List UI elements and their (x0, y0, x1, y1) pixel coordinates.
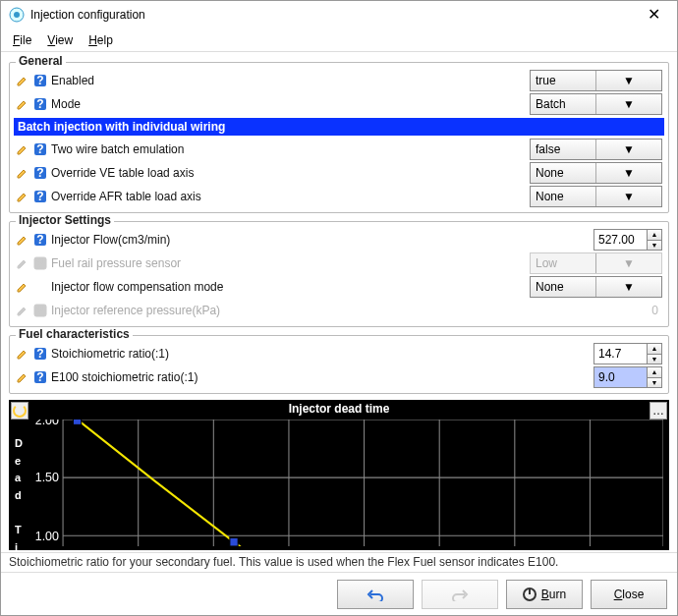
info-icon[interactable]: ? (33, 233, 47, 247)
info-icon[interactable]: ? (33, 142, 47, 156)
edit-icon (16, 347, 29, 361)
group-title-injector: Injector Settings (16, 213, 114, 227)
edit-icon (16, 142, 29, 156)
group-title-fuel: Fuel characteristics (16, 327, 133, 341)
batch-note-highlight: Batch injection with individual wiring (14, 118, 664, 136)
label-override-afr: Override AFR table load axis (51, 190, 526, 203)
chevron-down-icon: ▼ (595, 277, 661, 297)
combo-enabled[interactable]: true▼ (530, 70, 662, 91)
menu-help[interactable]: Help (83, 31, 119, 49)
label-e100: E100 stoichiometric ratio(:1) (51, 370, 590, 384)
edit-icon (16, 280, 29, 294)
info-icon: ? (33, 256, 47, 270)
svg-text:?: ? (36, 74, 43, 87)
label-comp-mode: Injector flow compensation mode (51, 280, 526, 294)
edit-icon (16, 74, 29, 87)
combo-rail-sensor: Low▼ (530, 252, 662, 274)
label-override-ve: Override VE table load axis (51, 166, 526, 180)
field-stoich[interactable]: ▲▼ (593, 343, 662, 364)
close-icon[interactable]: ✕ (638, 7, 669, 23)
redo-icon (451, 588, 469, 601)
chart-tool-right[interactable]: … (650, 402, 667, 420)
info-icon[interactable]: ? (33, 347, 47, 361)
button-bar: Burn Close (1, 572, 677, 615)
group-general: General ? Enabled true▼ ? Mode Batch▼ Ba… (9, 62, 669, 213)
svg-text:?: ? (36, 166, 43, 180)
label-mode: Mode (51, 97, 526, 111)
chevron-down-icon: ▼ (595, 163, 661, 183)
chevron-down-icon: ▼ (595, 94, 661, 114)
info-icon: ? (33, 304, 47, 317)
info-icon[interactable]: ? (33, 74, 47, 87)
edit-icon (16, 97, 29, 111)
edit-icon (16, 233, 29, 247)
combo-override-ve[interactable]: None▼ (530, 162, 662, 184)
chevron-down-icon: ▼ (595, 187, 661, 206)
redo-button (422, 580, 498, 609)
svg-text:?: ? (36, 370, 43, 384)
edit-icon (16, 370, 29, 384)
svg-rect-38 (230, 537, 238, 546)
blank-icon (33, 280, 47, 294)
spinner-e100[interactable]: ▲▼ (648, 366, 662, 388)
input-e100[interactable] (593, 366, 648, 388)
chart-ylabel: D e a d T i (15, 435, 23, 552)
undo-button[interactable] (337, 580, 414, 609)
svg-rect-37 (73, 420, 81, 424)
burn-button[interactable]: Burn (506, 580, 583, 609)
chevron-down-icon: ▼ (595, 71, 661, 90)
svg-text:1.50: 1.50 (35, 471, 59, 484)
combo-two-wire[interactable]: false▼ (530, 139, 662, 160)
value-ref-pressure: 0 (608, 304, 662, 317)
group-injector: Injector Settings ? Injector Flow(cm3/mi… (9, 221, 669, 327)
group-title-general: General (16, 54, 66, 68)
edit-icon (16, 304, 29, 317)
input-injector-flow[interactable] (593, 229, 648, 251)
svg-text:?: ? (36, 190, 43, 203)
svg-text:1.00: 1.00 (35, 529, 59, 542)
label-rail-sensor: Fuel rail pressure sensor (51, 256, 526, 270)
chart-dead-time: … Injector dead time D e a d T i (9, 400, 669, 550)
spinner-stoich[interactable]: ▲▼ (648, 343, 662, 364)
titlebar: Injection configuration ✕ (1, 1, 677, 28)
svg-text:?: ? (36, 97, 43, 111)
input-stoich[interactable] (593, 343, 648, 364)
svg-text:?: ? (36, 142, 43, 156)
label-stoich: Stoichiometric ratio(:1) (51, 347, 590, 361)
chevron-down-icon: ▼ (595, 253, 661, 273)
edit-icon (16, 190, 29, 203)
info-icon[interactable]: ? (33, 97, 47, 111)
menu-file[interactable]: File (7, 31, 37, 49)
spinner-injector-flow[interactable]: ▲▼ (648, 229, 662, 251)
undo-icon (367, 588, 384, 601)
app-icon (9, 7, 25, 23)
label-two-wire: Two wire batch emulation (51, 142, 526, 156)
svg-text:?: ? (36, 347, 43, 361)
label-injector-flow: Injector Flow(cm3/min) (51, 233, 590, 247)
group-fuel: Fuel characteristics ? Stoichiometric ra… (9, 335, 669, 394)
combo-mode[interactable]: Batch▼ (530, 93, 662, 115)
info-icon[interactable]: ? (33, 166, 47, 180)
menu-view[interactable]: View (41, 31, 79, 49)
chart-area[interactable]: 2.00 1.50 1.00 (32, 420, 663, 546)
combo-override-afr[interactable]: None▼ (530, 186, 662, 207)
chart-tool-left[interactable] (11, 402, 28, 420)
edit-icon (16, 256, 29, 270)
menubar: File View Help (1, 28, 677, 52)
label-ref-pressure: Injector reference pressure(kPa) (51, 304, 604, 317)
svg-text:2.00: 2.00 (35, 420, 59, 427)
chevron-down-icon: ▼ (595, 140, 661, 159)
field-e100[interactable]: ▲▼ (593, 366, 662, 388)
status-bar: Stoichiometric ratio for your secondary … (1, 552, 677, 572)
window-title: Injection configuration (30, 8, 638, 22)
svg-text:?: ? (36, 233, 43, 247)
close-button[interactable]: Close (591, 580, 667, 609)
label-enabled: Enabled (51, 74, 526, 87)
info-icon[interactable]: ? (33, 190, 47, 203)
edit-icon (16, 166, 29, 180)
svg-text:?: ? (36, 304, 43, 317)
svg-text:?: ? (36, 256, 43, 270)
field-injector-flow[interactable]: ▲▼ (593, 229, 662, 251)
combo-comp-mode[interactable]: None▼ (530, 276, 662, 298)
info-icon[interactable]: ? (33, 370, 47, 384)
